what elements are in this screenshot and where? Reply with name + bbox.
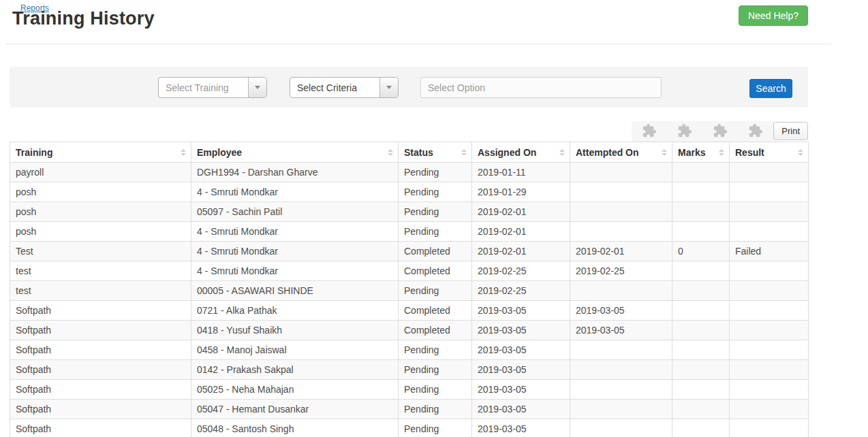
table-cell [672,202,730,222]
sort-icon[interactable] [181,149,186,156]
table-cell [570,222,672,242]
table-cell: Softpath [10,340,191,360]
table-cell: payroll [10,163,191,182]
puzzle-icon [677,123,692,140]
export-button[interactable] [667,121,702,142]
training-select[interactable]: Select Training [158,77,267,98]
search-button[interactable]: Search [749,79,792,98]
chevron-down-icon[interactable] [248,78,266,97]
table-cell: test [10,281,191,301]
table-cell: Pending [399,340,472,360]
column-header-training[interactable]: Training [10,142,191,163]
page-title: Training History [12,8,155,29]
option-input[interactable] [420,77,662,98]
table-cell [570,419,672,437]
table-cell [730,301,809,321]
table-cell: 0458 - Manoj Jaiswal [191,340,399,360]
table-cell: Softpath [10,380,191,400]
table-cell [730,222,809,242]
table-row: Softpath0142 - Prakash SakpalPending2019… [10,360,809,380]
export-button-group [632,121,773,142]
sort-icon[interactable] [662,149,667,156]
table-cell [730,202,809,222]
table-cell [672,301,730,321]
column-header-assigned-on[interactable]: Assigned On [472,142,570,163]
puzzle-icon [642,123,657,140]
table-cell [730,340,809,360]
chevron-down-icon[interactable] [379,78,398,97]
table-cell: 2019-03-05 [472,360,570,380]
table-cell [672,321,730,340]
table-cell: 05097 - Sachin Patil [191,202,399,222]
table-cell: 2019-03-05 [570,321,672,340]
table-row: Softpath0721 - Alka PathakCompleted2019-… [10,301,809,321]
table-cell: posh [10,202,191,222]
column-header-label: Marks [678,147,705,158]
header-divider [5,44,831,44]
table-row: posh4 - Smruti MondkarPending2019-01-29 [10,182,809,202]
table-cell [672,419,730,437]
table-cell [730,400,809,419]
table-cell: Completed [399,242,472,261]
table-row: posh05097 - Sachin PatilPending2019-02-0… [10,202,809,222]
table-cell: 2019-03-05 [472,340,570,360]
table-cell [672,182,730,202]
table-cell: Softpath [10,400,191,419]
table-cell: Completed [399,321,472,340]
table-cell [570,400,672,419]
table-cell: 0418 - Yusuf Shaikh [191,321,399,340]
column-header-marks[interactable]: Marks [672,142,730,163]
column-header-employee[interactable]: Employee [191,142,399,163]
table-cell [570,281,672,301]
table-cell: 2019-02-25 [472,261,570,281]
table-row: Softpath0418 - Yusuf ShaikhCompleted2019… [10,321,809,340]
table-cell [570,360,672,380]
table-cell: 2019-02-01 [472,222,570,242]
table-cell [730,380,809,400]
table-row: Softpath0458 - Manoj JaiswalPending2019-… [10,340,809,360]
sort-icon[interactable] [388,149,393,156]
sort-icon[interactable] [461,149,467,156]
table-cell: 0721 - Alka Pathak [191,301,399,321]
training-history-table: TrainingEmployeeStatusAssigned OnAttempt… [10,142,809,437]
sort-icon[interactable] [798,149,803,156]
column-header-label: Status [404,147,433,158]
table-cell [570,380,672,400]
table-row: posh4 - Smruti MondkarPending2019-02-01 [10,222,809,242]
table-cell: Pending [399,281,472,301]
table-cell: Softpath [10,321,191,340]
column-header-attempted-on[interactable]: Attempted On [570,142,672,163]
table-cell: Failed [730,242,809,261]
export-button[interactable] [632,121,667,142]
table-cell: 00005 - ASAWARI SHINDE [191,281,399,301]
table-cell [570,163,672,182]
table-row: test4 - Smruti MondkarCompleted2019-02-2… [10,261,809,281]
table-cell [730,281,809,301]
table-row: Softpath05025 - Neha MahajanPending2019-… [10,380,809,400]
table-cell: 2019-03-05 [472,301,570,321]
column-header-status[interactable]: Status [399,142,472,163]
column-header-label: Assigned On [478,147,536,158]
table-cell [730,321,809,340]
column-header-result[interactable]: Result [730,142,809,163]
table-cell: Softpath [10,301,191,321]
table-cell [730,261,809,281]
export-button[interactable] [738,121,773,142]
table-cell: 2019-02-25 [472,281,570,301]
table-row: Softpath05048 - Santosh SinghPending2019… [10,419,809,437]
table-cell [730,163,809,182]
table-cell [672,222,730,242]
export-button[interactable] [702,121,738,142]
print-button[interactable]: Print [773,122,808,140]
table-cell: 0142 - Prakash Sakpal [191,360,399,380]
table-cell [570,202,672,222]
sort-icon[interactable] [559,149,565,156]
criteria-select[interactable]: Select Criteria [290,77,399,98]
table-cell: 2019-03-05 [472,380,570,400]
table-cell: 05025 - Neha Mahajan [191,380,399,400]
sort-icon[interactable] [719,149,724,156]
table-cell: 4 - Smruti Mondkar [191,222,399,242]
need-help-button[interactable]: Need Help? [739,5,808,26]
table-row: test00005 - ASAWARI SHINDEPending2019-02… [10,281,809,301]
filter-panel: Select Training Select Criteria Search [10,67,808,108]
